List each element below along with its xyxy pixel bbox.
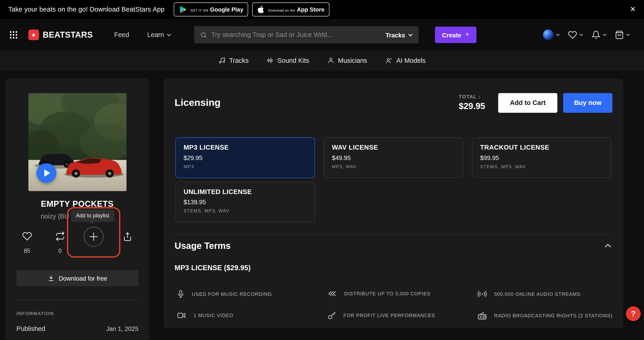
chevron-down-icon (167, 33, 172, 36)
buy-now-button[interactable]: Buy now (563, 93, 612, 113)
chevron-down-icon (626, 33, 630, 36)
apps-grid-icon[interactable] (10, 31, 17, 39)
create-button[interactable]: Create + (435, 27, 476, 43)
repost-button[interactable]: 0 (49, 231, 70, 254)
app-store-button[interactable]: Download on the App Store (252, 2, 329, 16)
usage-term: 1 MUSIC VIDEO (177, 311, 234, 320)
help-button[interactable]: ? (626, 307, 640, 321)
google-play-line1: GET IT ON (190, 9, 208, 12)
category-subnav: Tracks Sound Kits Musicians AI Models (0, 51, 644, 70)
add-to-cart-button[interactable]: Add to Cart (498, 93, 557, 113)
license-option-unlimited[interactable]: UNLIMITED LICENSE $139.95 STEMS, MP3, WA… (175, 182, 315, 222)
usage-term: FOR PROFIT LIVE PERFORMANCES (328, 311, 435, 320)
published-label: Published (16, 325, 45, 333)
notifications-menu[interactable] (587, 30, 610, 39)
published-row: Published Jan 1, 2025 (16, 325, 138, 333)
licensing-heading: Licensing (174, 97, 221, 108)
subnav-ai-models[interactable]: AI Models (385, 57, 426, 64)
favorites-menu[interactable] (564, 30, 587, 39)
bell-icon (592, 30, 601, 39)
repost-icon (55, 231, 65, 241)
add-playlist-icon (88, 231, 99, 242)
cart-menu[interactable] (611, 30, 634, 39)
chevron-up-icon (604, 244, 611, 248)
license-option-trackout[interactable]: TRACKOUT LICENSE $99.95 STEMS, MP3, WAV (472, 137, 612, 178)
distribute-icon (328, 289, 337, 298)
cart-icon (615, 30, 624, 39)
usage-term: USED FOR MUSIC RECORDING (177, 289, 272, 299)
subnav-musicians[interactable]: Musicians (327, 57, 367, 64)
usage-term: RADIO BROADCASTING RIGHTS (2 STATIONS) (477, 311, 613, 321)
avatar (543, 29, 554, 40)
add-to-playlist-button[interactable] (84, 227, 104, 247)
google-play-icon (178, 5, 187, 14)
search-icon (200, 31, 207, 38)
google-play-button[interactable]: GET IT ON Google Play (174, 2, 248, 16)
ai-models-icon (385, 57, 392, 64)
usage-term: DISTRIBUTE UP TO 3,000 COPIES (328, 289, 430, 298)
share-button[interactable] (117, 232, 138, 241)
track-card: EMPTY POCKETS noizy (BU 85 0 Add to play… (6, 79, 149, 340)
nav-feed[interactable]: Feed (114, 31, 129, 39)
heart-icon (22, 231, 32, 241)
subnav-tracks[interactable]: Tracks (218, 57, 249, 64)
chevron-down-icon (408, 33, 413, 36)
divider (174, 234, 612, 235)
musicians-icon (327, 57, 334, 64)
app-promo-banner: Take your beats on the go! Download Beat… (0, 0, 644, 19)
total-block: TOTAL : $29.95 (459, 94, 485, 111)
licensing-panel: Licensing TOTAL : $29.95 Add to Cart Buy… (164, 79, 624, 328)
download-icon (48, 275, 54, 282)
app-store-icon (257, 5, 265, 13)
microphone-icon (177, 289, 185, 299)
published-date: Jan 1, 2025 (106, 325, 138, 332)
nav-learn[interactable]: Learn (147, 31, 172, 39)
main-header: ★ BEATSTARS Feed Learn Tracks Create + (0, 19, 644, 51)
play-button[interactable] (36, 163, 56, 183)
like-count: 85 (16, 247, 38, 254)
search-category-dropdown[interactable]: Tracks (386, 31, 413, 38)
video-camera-icon (177, 311, 186, 320)
heart-icon (568, 30, 577, 39)
like-button[interactable]: 85 (16, 231, 38, 254)
app-store-line1: Download on the (268, 9, 295, 12)
track-artist[interactable]: noizy (BU (41, 213, 69, 220)
share-icon (122, 232, 132, 241)
radio-icon (477, 311, 487, 321)
search-bar: Tracks (194, 26, 419, 43)
profile-menu[interactable] (539, 29, 564, 40)
chevron-down-icon (556, 33, 560, 36)
beatstars-logo-star-icon: ★ (28, 29, 39, 40)
collapse-usage-terms-button[interactable] (604, 244, 611, 248)
plus-icon: + (465, 30, 470, 39)
key-icon (328, 311, 336, 320)
total-label: TOTAL : (459, 94, 485, 100)
license-option-wav[interactable]: WAV LICENSE $49.95 MP3, WAV (324, 137, 463, 178)
add-to-playlist-tooltip: Add to playlist (71, 210, 114, 222)
usage-terms-heading: Usage Terms (174, 241, 231, 251)
main-content: EMPTY POCKETS noizy (BU 85 0 Add to play… (0, 70, 644, 340)
track-title: EMPTY POCKETS (6, 199, 149, 209)
banner-text: Take your beats on the go! Download Beat… (8, 6, 165, 13)
brand-name: BEATSTARS (43, 30, 93, 40)
close-icon[interactable]: ✕ (630, 5, 636, 13)
google-play-line2: Google Play (210, 6, 243, 13)
app-store-line2: App Store (297, 6, 324, 13)
subnav-sound-kits[interactable]: Sound Kits (266, 57, 309, 64)
sound-kits-icon (266, 57, 274, 64)
chevron-down-icon (579, 33, 583, 36)
tracks-icon (218, 57, 226, 64)
play-icon (44, 169, 50, 177)
beatstars-logo[interactable]: ★ BEATSTARS (28, 29, 93, 40)
search-input[interactable] (211, 31, 382, 39)
information-heading: INFORMATION (16, 311, 54, 316)
repost-count: 0 (49, 247, 70, 254)
total-value: $29.95 (459, 101, 485, 111)
streams-icon (477, 289, 487, 299)
header-actions (539, 29, 634, 40)
store-badges: GET IT ON Google Play Download on the Ap… (174, 2, 330, 16)
download-free-button[interactable]: Download for free (16, 270, 138, 286)
divider (16, 300, 138, 300)
usage-term: 500,000 ONLINE AUDIO STREAMS (477, 289, 580, 299)
license-option-mp3[interactable]: MP3 LICENSE $29.95 MP3 (175, 137, 315, 178)
